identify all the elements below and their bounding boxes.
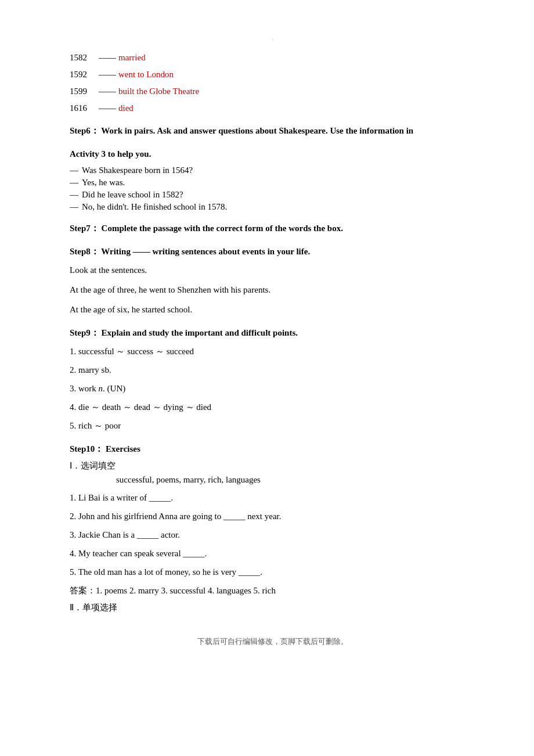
exercise1-item-4: 4. My teacher can speak several _____. — [70, 546, 476, 560]
event-1616: died — [118, 103, 134, 113]
step8-sentence-2: At the age of three, he went to Shenzhen… — [70, 283, 476, 297]
dialog-line-2: — Yes, he was. — [70, 178, 476, 188]
dash-1592: —— — [99, 70, 116, 80]
vocab-2: 2. marry sb. — [70, 363, 476, 377]
year-1582: 1582 — [70, 53, 99, 63]
timeline-section: 1582 —— married 1592 —— went to London 1… — [70, 53, 476, 113]
step10-heading: Step10： Exercises — [70, 442, 476, 456]
dialog-line-3: — Did he leave school in 1582? — [70, 190, 476, 200]
bullet-2: — — [70, 178, 78, 188]
timeline-item-1592: 1592 —— went to London — [70, 70, 476, 80]
page-dot: . — [70, 35, 476, 41]
dash-1616: —— — [99, 103, 116, 113]
vocab-1: 1. successful ～ success ～ succeed — [70, 344, 476, 358]
step8-heading: Step8： Writing —— writing sentences abou… — [70, 244, 476, 258]
exercise1-label: Ⅰ．选词填空 — [70, 460, 476, 471]
exercise1-item-5: 5. The old man has a lot of money, so he… — [70, 565, 476, 579]
vocab-4: 4. die ～ death ～ dead ～ dying ～ died — [70, 400, 476, 414]
exercise1-answers: 答案：1. poems 2. marry 3. successful 4. la… — [70, 584, 476, 597]
bullet-1: — — [70, 165, 78, 175]
dash-1599: —— — [99, 87, 116, 96]
exercise1-item-3: 3. Jackie Chan is a _____ actor. — [70, 528, 476, 542]
step9-heading: Step9： Explain and study the important a… — [70, 326, 476, 340]
timeline-item-1616: 1616 —— died — [70, 103, 476, 113]
step6-heading2: Activity 3 to help you. — [70, 147, 476, 161]
exercise2-chinese: Ⅱ．单项选择 — [70, 603, 117, 612]
exercise1-item-1: 1. Li Bai is a writer of _____. — [70, 491, 476, 505]
dialog-section: — Was Shakespeare born in 1564? — Yes, h… — [70, 165, 476, 212]
dialog-text-3: Did he leave school in 1582? — [82, 190, 183, 200]
vocab-3: 3. work n. (UN) — [70, 381, 476, 395]
dash-1582: —— — [99, 53, 116, 63]
exercise1-item-2: 2. John and his girlfriend Anna are goin… — [70, 509, 476, 523]
event-1599: built the Globe Theatre — [118, 87, 199, 96]
footer: 下载后可自行编辑修改，页脚下载后可删除。 — [70, 636, 476, 647]
event-1582: married — [118, 53, 146, 63]
dialog-text-1: Was Shakespeare born in 1564? — [82, 165, 193, 175]
year-1616: 1616 — [70, 103, 99, 113]
step7-heading: Step7： Complete the passage with the cor… — [70, 221, 476, 235]
dialog-text-2: Yes, he was. — [82, 178, 125, 188]
event-1592: went to London — [118, 70, 174, 80]
step8-sentence-1: Look at the sentences. — [70, 263, 476, 277]
exercise2-label: Ⅱ．单项选择 — [70, 602, 476, 613]
timeline-item-1582: 1582 —— married — [70, 53, 476, 63]
timeline-item-1599: 1599 —— built the Globe Theatre — [70, 87, 476, 96]
answer-label: 答案：1. poems 2. marry 3. successful 4. la… — [70, 586, 276, 595]
step8-sentence-3: At the age of six, he started school. — [70, 303, 476, 316]
year-1599: 1599 — [70, 87, 99, 96]
step6-heading: Step6： Work in pairs. Ask and answer que… — [70, 124, 476, 138]
word-bank: successful, poems, marry, rich, language… — [116, 475, 476, 485]
exercise1-chinese: Ⅰ．选词填空 — [70, 461, 116, 470]
vocab-5: 5. rich ～ poor — [70, 419, 476, 433]
dialog-line-1: — Was Shakespeare born in 1564? — [70, 165, 476, 175]
footer-text: 下载后可自行编辑修改，页脚下载后可删除。 — [197, 637, 348, 646]
bullet-4: — — [70, 202, 78, 212]
year-1592: 1592 — [70, 70, 99, 80]
dialog-text-4: No, he didn't. He finished school in 157… — [82, 202, 227, 212]
dialog-line-4: — No, he didn't. He finished school in 1… — [70, 202, 476, 212]
bullet-3: — — [70, 190, 78, 200]
